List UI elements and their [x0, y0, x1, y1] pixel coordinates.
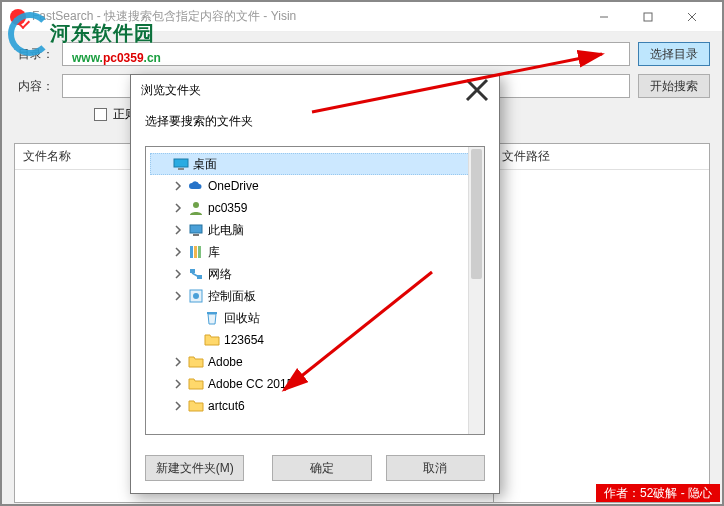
expand-icon[interactable]	[172, 202, 184, 214]
content-label: 内容：	[14, 78, 54, 95]
status-author: 作者：52破解 - 隐心	[596, 484, 720, 502]
tree-item-6[interactable]: 控制面板	[150, 285, 480, 307]
user-icon	[188, 200, 204, 216]
svg-rect-12	[194, 246, 197, 258]
svg-point-8	[193, 202, 199, 208]
expand-icon[interactable]	[172, 268, 184, 280]
dialog-title: 浏览文件夹	[141, 82, 465, 99]
tree-item-label: 网络	[208, 266, 232, 283]
tree-scrollbar[interactable]	[468, 147, 484, 434]
tree-item-label: 控制面板	[208, 288, 256, 305]
tree-item-0[interactable]: 桌面	[150, 153, 480, 175]
svg-point-18	[193, 293, 199, 299]
dialog-close-button[interactable]	[465, 78, 489, 102]
pc-icon	[188, 222, 204, 238]
dialog-instruction: 选择要搜索的文件夹	[145, 113, 485, 130]
folder-icon	[188, 398, 204, 414]
tree-item-9[interactable]: Adobe	[150, 351, 480, 373]
tree-item-label: 回收站	[224, 310, 260, 327]
file-name-header: 文件名称	[23, 148, 71, 165]
expand-icon[interactable]	[172, 290, 184, 302]
tree-item-5[interactable]: 网络	[150, 263, 480, 285]
watermark-url: www.pc0359.cn	[72, 48, 161, 66]
cpl-icon	[188, 288, 204, 304]
expand-icon[interactable]	[172, 356, 184, 368]
regex-checkbox[interactable]	[94, 108, 107, 121]
svg-rect-1	[644, 13, 652, 21]
tree-item-label: 库	[208, 244, 220, 261]
tree-item-11[interactable]: artcut6	[150, 395, 480, 417]
tree-item-label: 桌面	[193, 156, 217, 173]
expand-icon[interactable]	[172, 246, 184, 258]
maximize-button[interactable]	[626, 3, 670, 31]
tree-item-label: OneDrive	[208, 179, 259, 193]
folder-tree[interactable]: 桌面OneDrivepc0359此电脑库网络控制面板回收站123654Adobe…	[145, 146, 485, 435]
select-dir-button[interactable]: 选择目录	[638, 42, 710, 66]
close-button[interactable]	[670, 3, 714, 31]
watermark-text: 河东软件园	[50, 20, 155, 47]
cancel-button[interactable]: 取消	[386, 455, 485, 481]
tree-item-label: artcut6	[208, 399, 245, 413]
cloud-icon	[188, 178, 204, 194]
tree-item-label: 此电脑	[208, 222, 244, 239]
expand-icon[interactable]	[172, 180, 184, 192]
tree-item-2[interactable]: pc0359	[150, 197, 480, 219]
start-search-button[interactable]: 开始搜索	[638, 74, 710, 98]
ok-button[interactable]: 确定	[272, 455, 371, 481]
minimize-button[interactable]	[582, 3, 626, 31]
tree-item-label: Adobe CC 2015	[208, 377, 293, 391]
tree-item-label: 123654	[224, 333, 264, 347]
svg-rect-9	[190, 225, 202, 233]
folder-icon	[188, 376, 204, 392]
expand-icon[interactable]	[172, 224, 184, 236]
svg-rect-7	[178, 168, 184, 170]
expand-icon[interactable]	[188, 312, 200, 324]
browse-folder-dialog: 浏览文件夹 选择要搜索的文件夹 桌面OneDrivepc0359此电脑库网络控制…	[130, 74, 500, 494]
svg-rect-10	[193, 234, 199, 236]
scroll-thumb[interactable]	[471, 149, 482, 279]
svg-rect-6	[174, 159, 188, 167]
tree-item-8[interactable]: 123654	[150, 329, 480, 351]
file-path-column: 文件路径	[493, 143, 710, 503]
svg-rect-13	[198, 246, 201, 258]
tree-item-7[interactable]: 回收站	[150, 307, 480, 329]
expand-icon[interactable]	[188, 334, 200, 346]
bin-icon	[204, 310, 220, 326]
folder-icon	[188, 354, 204, 370]
tree-item-1[interactable]: OneDrive	[150, 175, 480, 197]
expand-icon[interactable]	[172, 400, 184, 412]
new-folder-button[interactable]: 新建文件夹(M)	[145, 455, 244, 481]
dialog-titlebar: 浏览文件夹	[131, 75, 499, 105]
tree-item-label: Adobe	[208, 355, 243, 369]
tree-item-label: pc0359	[208, 201, 247, 215]
svg-rect-14	[190, 269, 195, 273]
tree-item-4[interactable]: 库	[150, 241, 480, 263]
tree-item-3[interactable]: 此电脑	[150, 219, 480, 241]
desktop-icon	[173, 156, 189, 172]
svg-rect-19	[207, 312, 217, 314]
svg-rect-11	[190, 246, 193, 258]
file-path-header: 文件路径	[502, 148, 550, 165]
watermark-logo-icon	[8, 12, 52, 56]
tree-item-10[interactable]: Adobe CC 2015	[150, 373, 480, 395]
expand-icon[interactable]	[157, 158, 169, 170]
folder-icon	[204, 332, 220, 348]
expand-icon[interactable]	[172, 378, 184, 390]
lib-icon	[188, 244, 204, 260]
net-icon	[188, 266, 204, 282]
